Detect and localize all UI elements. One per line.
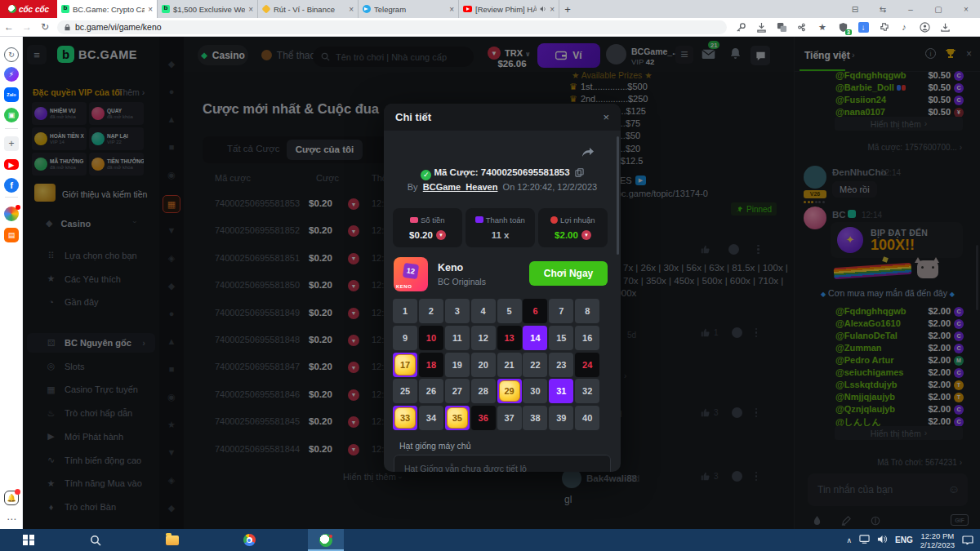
history-icon[interactable]: ↻ (4, 47, 19, 62)
start-button[interactable] (0, 529, 57, 551)
new-tab-button[interactable]: + (559, 0, 576, 18)
keno-cell-26-default[interactable]: 26 (419, 379, 443, 403)
browser-tab[interactable]: Rút - Ví - Binance× (258, 0, 359, 18)
tab-close-icon[interactable]: × (148, 5, 153, 14)
save-page-icon[interactable] (755, 21, 767, 33)
translate-icon[interactable] (776, 21, 787, 33)
youtube-icon[interactable]: ▶ (4, 159, 19, 170)
keno-cell-30-default[interactable]: 30 (523, 379, 547, 403)
keno-cell-25-default[interactable]: 25 (393, 379, 417, 403)
keno-cell-19-default[interactable]: 19 (445, 353, 470, 377)
keno-cell-9-default[interactable]: 9 (393, 326, 417, 350)
browser-tab[interactable]: [Review Phim] HÀO QUA× (459, 0, 559, 18)
play-now-button[interactable]: Chơi Ngay (529, 261, 608, 286)
tab-close-icon[interactable]: × (248, 5, 253, 14)
keno-cell-39-default[interactable]: 39 (549, 406, 573, 430)
keno-cell-20-default[interactable]: 20 (471, 353, 496, 377)
more-menu-icon[interactable]: ⋯ (4, 512, 19, 527)
keno-cell-32-default[interactable]: 32 (575, 379, 599, 403)
keno-cell-33-hit[interactable]: 33 (393, 406, 417, 430)
keno-cell-21-default[interactable]: 21 (497, 353, 522, 377)
sync-icon[interactable]: ⇆ (869, 0, 897, 18)
colorful-app-icon[interactable] (4, 207, 19, 221)
keno-cell-37-default[interactable]: 37 (497, 406, 522, 430)
keno-cell-40-default[interactable]: 40 (575, 406, 599, 430)
add-shortcut-button[interactable]: + (4, 136, 19, 151)
downloads-tray-icon[interactable] (939, 21, 951, 33)
browser-tab[interactable]: Telegram× (359, 0, 459, 18)
download-box-icon[interactable]: ↓ (858, 21, 869, 33)
tab-close-icon[interactable]: × (449, 5, 454, 14)
profile-icon[interactable] (919, 21, 930, 33)
browser-tab[interactable]: BC.Game: Crypto Casino Gan× (57, 0, 158, 18)
keno-cell-12-default[interactable]: 12 (471, 326, 496, 350)
tab-search-icon[interactable]: ⊟ (841, 0, 869, 18)
keno-cell-23-default[interactable]: 23 (549, 353, 573, 377)
keno-cell-3-default[interactable]: 3 (445, 299, 470, 323)
key-icon[interactable] (735, 21, 746, 33)
keno-cell-1-default[interactable]: 1 (393, 299, 417, 323)
keno-cell-14-selected[interactable]: 14 (523, 326, 547, 350)
language-indicator[interactable]: ENG (895, 535, 913, 544)
facebook-icon[interactable]: f (4, 178, 19, 193)
tab-close-icon[interactable]: × (550, 5, 555, 14)
keno-cell-6-drawn[interactable]: 6 (523, 299, 547, 323)
keno-cell-28-default[interactable]: 28 (471, 379, 496, 403)
tab-close-icon[interactable]: × (349, 5, 354, 14)
shop-cart-icon[interactable]: ▤ (4, 228, 19, 242)
messenger-icon[interactable]: ⚡ (4, 67, 19, 82)
share-icon[interactable] (796, 21, 808, 33)
minimize-button[interactable]: – (897, 0, 924, 18)
keno-cell-29-hit[interactable]: 29 (497, 379, 522, 403)
keno-cell-24-drawn[interactable]: 24 (575, 353, 599, 377)
keno-game-tile[interactable]: 12 KENO (394, 257, 428, 291)
taskbar-clock[interactable]: 12:20 PM2/12/2023 (920, 531, 955, 549)
volume-icon[interactable] (877, 535, 888, 545)
keno-cell-8-default[interactable]: 8 (575, 299, 599, 323)
browser-tab[interactable]: $1,500 Exclusive Weekend Ke× (158, 0, 258, 18)
extensions-icon[interactable] (878, 21, 889, 33)
keno-cell-18-drawn[interactable]: 18 (419, 353, 443, 377)
keno-cell-34-default[interactable]: 34 (419, 406, 443, 430)
keno-cell-4-default[interactable]: 4 (471, 299, 496, 323)
keno-cell-35-hit[interactable]: 35 (445, 406, 470, 430)
copy-icon[interactable] (575, 168, 584, 177)
share-icon[interactable] (581, 147, 595, 162)
keno-cell-38-default[interactable]: 38 (523, 406, 547, 430)
chrome-icon[interactable] (231, 529, 267, 551)
shield-icon[interactable]: 3 (837, 21, 849, 33)
bookmark-star-icon[interactable]: ★ (817, 21, 828, 33)
back-button[interactable]: ← (0, 21, 18, 33)
games-icon[interactable]: ▣ (4, 108, 19, 122)
action-center-icon[interactable] (962, 535, 973, 546)
keno-cell-22-default[interactable]: 22 (523, 353, 547, 377)
modal-scrollbar[interactable] (617, 136, 619, 255)
keno-cell-5-default[interactable]: 5 (497, 299, 522, 323)
author-link[interactable]: BCGame_Heaven (423, 182, 498, 192)
taskbar-search-icon[interactable] (78, 529, 114, 551)
keno-cell-17-hit[interactable]: 17 (393, 353, 417, 377)
close-window-button[interactable]: × (952, 0, 980, 18)
reload-button[interactable]: ↻ (36, 21, 54, 33)
keno-cell-15-default[interactable]: 15 (549, 326, 573, 350)
keno-cell-36-drawn[interactable]: 36 (471, 406, 496, 430)
maximize-button[interactable]: ▢ (924, 0, 952, 18)
network-icon[interactable] (859, 535, 870, 545)
keno-cell-13-drawn[interactable]: 13 (497, 326, 522, 350)
music-note-icon[interactable]: ♪ (898, 21, 910, 33)
hidden-icons-chevron[interactable]: ∧ (846, 536, 852, 544)
keno-cell-11-default[interactable]: 11 (445, 326, 470, 350)
keno-cell-7-default[interactable]: 7 (549, 299, 573, 323)
keno-cell-2-default[interactable]: 2 (419, 299, 443, 323)
keno-cell-10-drawn[interactable]: 10 (419, 326, 443, 350)
zalo-icon[interactable]: Zalo (4, 87, 19, 102)
keno-cell-16-default[interactable]: 16 (575, 326, 599, 350)
close-modal-icon[interactable]: × (603, 111, 609, 123)
file-explorer-icon[interactable] (154, 529, 190, 551)
coccoc-taskbar-icon[interactable] (308, 529, 344, 551)
server-seed-input[interactable]: Hạt Giống vẫn chưa được tiết lộ (394, 455, 611, 472)
forward-button[interactable]: → (18, 21, 36, 33)
keno-cell-27-default[interactable]: 27 (445, 379, 470, 403)
keno-cell-31-selected[interactable]: 31 (549, 379, 573, 403)
bell-icon[interactable]: 🔔 (4, 491, 19, 505)
